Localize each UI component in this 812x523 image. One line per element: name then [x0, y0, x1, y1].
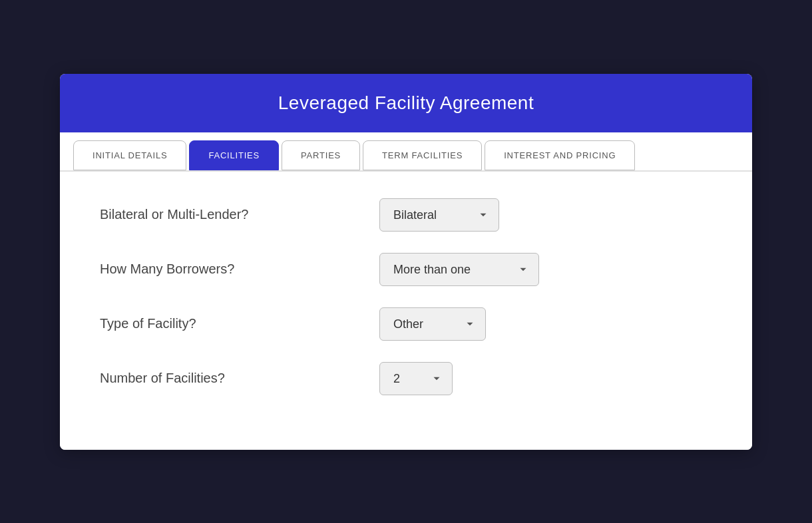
select-bilateral[interactable]: Bilateral Multi-Lender — [379, 198, 499, 232]
header: Leveraged Facility Agreement — [60, 74, 752, 132]
form-row-facility-type: Type of Facility? Term Loan Revolving Ot… — [100, 307, 712, 341]
tabs-bar: INITIAL DETAILS FACILITIES PARTIES TERM … — [60, 132, 752, 172]
tab-facilities[interactable]: FACILITIES — [189, 140, 279, 170]
page-title: Leveraged Facility Agreement — [73, 92, 739, 114]
tab-term-facilities[interactable]: TERM FACILITIES — [363, 140, 482, 170]
select-facility-type[interactable]: Term Loan Revolving Other — [379, 307, 486, 341]
form-row-bilateral: Bilateral or Multi-Lender? Bilateral Mul… — [100, 198, 712, 232]
label-borrowers: How Many Borrowers? — [100, 262, 379, 277]
form-row-number-facilities: Number of Facilities? 1 2 3 4 5 — [100, 362, 712, 395]
tab-interest-and-pricing[interactable]: INTEREST AND PRICING — [485, 140, 635, 170]
label-facility-type: Type of Facility? — [100, 316, 379, 331]
tab-initial-details[interactable]: INITIAL DETAILS — [73, 140, 186, 170]
tab-parties[interactable]: PARTIES — [282, 140, 360, 170]
select-borrowers[interactable]: One More than one — [379, 253, 539, 286]
content-area: Bilateral or Multi-Lender? Bilateral Mul… — [60, 172, 752, 450]
select-number-facilities[interactable]: 1 2 3 4 5 — [379, 362, 453, 395]
form-row-borrowers: How Many Borrowers? One More than one — [100, 253, 712, 286]
label-bilateral: Bilateral or Multi-Lender? — [100, 207, 379, 222]
label-number-facilities: Number of Facilities? — [100, 371, 379, 386]
app-container: Leveraged Facility Agreement INITIAL DET… — [60, 74, 752, 450]
